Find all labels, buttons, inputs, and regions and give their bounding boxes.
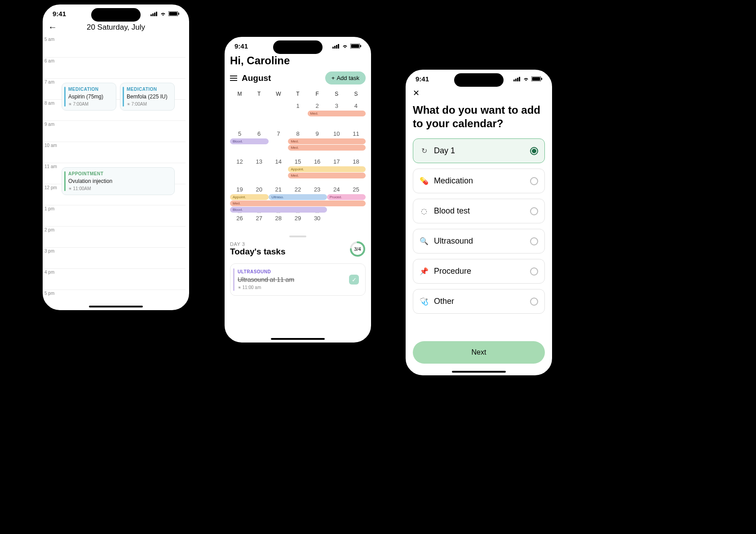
hour-label: 8 am — [44, 100, 61, 106]
event-card-appointment[interactable]: APPOINTMENT Ovulation injection 11:00AM — [62, 167, 175, 195]
drag-handle[interactable] — [289, 236, 306, 237]
calendar-week: 12131415161718Appoint.Med. — [230, 158, 366, 185]
calendar-day[interactable]: 22 — [288, 186, 307, 213]
day-title: 20 Saturday, July — [64, 23, 168, 32]
calendar-day[interactable]: 10 — [327, 130, 346, 157]
event-card-medication[interactable]: MEDICATION Bemfola (225 IU) 7:00AM — [120, 83, 175, 111]
calendar-day[interactable]: 26 — [230, 215, 249, 231]
svg-rect-18 — [517, 78, 518, 81]
calendar-day[interactable]: 15 — [288, 158, 307, 185]
calendar-day[interactable]: 7 — [269, 130, 288, 157]
calendar-day[interactable]: 27 — [249, 215, 269, 231]
calendar-day[interactable]: 14 — [269, 158, 288, 185]
battery-icon — [531, 76, 542, 81]
calendar-day[interactable]: 8 — [288, 130, 307, 157]
svg-rect-13 — [360, 45, 361, 47]
home-indicator — [271, 338, 325, 340]
event-card-medication[interactable]: MEDICATION Aspirin (75mg) 7:00AM — [62, 83, 116, 111]
close-icon[interactable]: ✕ — [413, 88, 420, 98]
option-day-1[interactable]: ↻ Day 1 — [413, 138, 545, 163]
calendar-day[interactable]: 1 — [288, 102, 307, 129]
phone-day-view: 9:41 ← 20 Saturday, July 5 am 6 am 7 am … — [38, 0, 194, 315]
next-button[interactable]: Next — [413, 341, 545, 364]
hour-label: 9 am — [44, 121, 61, 127]
calendar-day[interactable]: 12 — [230, 158, 249, 185]
svg-rect-21 — [532, 77, 540, 81]
option-icon: 💊 — [420, 177, 429, 185]
menu-icon[interactable] — [230, 76, 237, 81]
status-time: 9:41 — [234, 42, 248, 50]
dow: S — [327, 91, 346, 102]
calendar-day[interactable]: 30 — [308, 215, 327, 231]
progress-text: 3/4 — [349, 241, 366, 257]
option-other[interactable]: 🩺 Other — [413, 289, 545, 314]
svg-rect-7 — [332, 47, 334, 49]
calendar-day[interactable]: 2 — [308, 102, 327, 129]
option-medication[interactable]: 💊 Medication — [413, 169, 545, 193]
calendar-day[interactable]: 20 — [249, 186, 269, 213]
home-indicator — [89, 306, 143, 307]
month-label[interactable]: August — [242, 73, 271, 83]
battery-icon — [350, 44, 361, 49]
plus-icon: + — [332, 75, 335, 81]
calendar-day[interactable]: 28 — [269, 215, 288, 231]
dow: S — [346, 91, 366, 102]
next-label: Next — [472, 348, 486, 356]
radio-icon — [530, 237, 538, 245]
calendar-day[interactable]: 9 — [308, 130, 327, 157]
calendar-grid[interactable]: 1234Med.567891011Blood.Med.Med.121314151… — [230, 102, 366, 231]
hour-label: 6 am — [44, 58, 61, 63]
phone-add-view: 9:41 ✕ What do you want to add to your c… — [401, 65, 557, 380]
hour-label: 12 pm — [44, 184, 61, 190]
radio-icon — [530, 207, 538, 215]
event-title: Aspirin (75mg) — [68, 93, 111, 100]
option-ultrasound[interactable]: 🔍 Ultrasound — [413, 229, 545, 254]
task-card[interactable]: ULTRASOUND Ultrasound at 11 am 11:00 am … — [230, 263, 366, 296]
svg-rect-0 — [150, 14, 152, 16]
task-title: Ultrasound at 11 am — [238, 276, 294, 283]
add-task-button[interactable]: + Add task — [325, 71, 366, 85]
option-blood-test[interactable]: ◌ Blood test — [413, 199, 545, 223]
calendar-day[interactable]: 4 — [346, 102, 366, 129]
option-procedure[interactable]: 📌 Procedure — [413, 259, 545, 284]
calendar-day[interactable]: 29 — [288, 215, 307, 231]
tasks-title: Today's tasks — [230, 247, 286, 257]
calendar-day[interactable]: 5 — [230, 130, 249, 157]
timeline[interactable]: 5 am 6 am 7 am 8 am 9 am 10 am 11 am 12 … — [43, 36, 189, 311]
svg-rect-3 — [156, 12, 157, 16]
hour-label: 5 pm — [44, 290, 61, 296]
notch — [273, 40, 323, 54]
calendar-day[interactable]: 21 — [269, 186, 288, 213]
greeting: Hi, Caroline — [230, 54, 366, 67]
calendar-day[interactable]: 11 — [346, 130, 366, 157]
progress-ring: 3/4 — [349, 241, 366, 257]
calendar-day — [327, 215, 346, 231]
back-arrow-icon[interactable]: ← — [48, 22, 59, 32]
svg-rect-22 — [541, 78, 542, 80]
calendar-day[interactable]: 24 — [327, 186, 346, 213]
battery-icon — [168, 11, 179, 16]
status-time: 9:41 — [416, 75, 429, 83]
day-label: DAY 3 — [230, 241, 286, 247]
calendar-week: 19202122232425Appoint.Ultraso.Proced.Med… — [230, 186, 366, 213]
calendar-day — [269, 102, 288, 129]
svg-rect-10 — [338, 44, 339, 49]
calendar-day[interactable]: 18 — [346, 158, 366, 185]
option-icon: 🔍 — [420, 237, 429, 245]
calendar-day[interactable]: 19 — [230, 186, 249, 213]
calendar-day[interactable]: 17 — [327, 158, 346, 185]
hour-label: 11 am — [44, 163, 61, 169]
option-label: Ultrasound — [434, 236, 473, 246]
calendar-day[interactable]: 23 — [308, 186, 327, 213]
calendar-day[interactable]: 3 — [327, 102, 346, 129]
signal-icon — [513, 76, 521, 81]
calendar-day[interactable]: 16 — [308, 158, 327, 185]
calendar-week: 2627282930 — [230, 215, 366, 231]
option-label: Medication — [434, 176, 473, 186]
calendar-day[interactable]: 25 — [346, 186, 366, 213]
add-screen-title: What do you want to add to your calendar… — [413, 103, 545, 130]
task-checkbox[interactable]: ✓ — [349, 275, 359, 285]
calendar-day[interactable]: 13 — [249, 158, 269, 185]
svg-rect-8 — [334, 46, 336, 49]
calendar-day[interactable]: 6 — [249, 130, 269, 157]
